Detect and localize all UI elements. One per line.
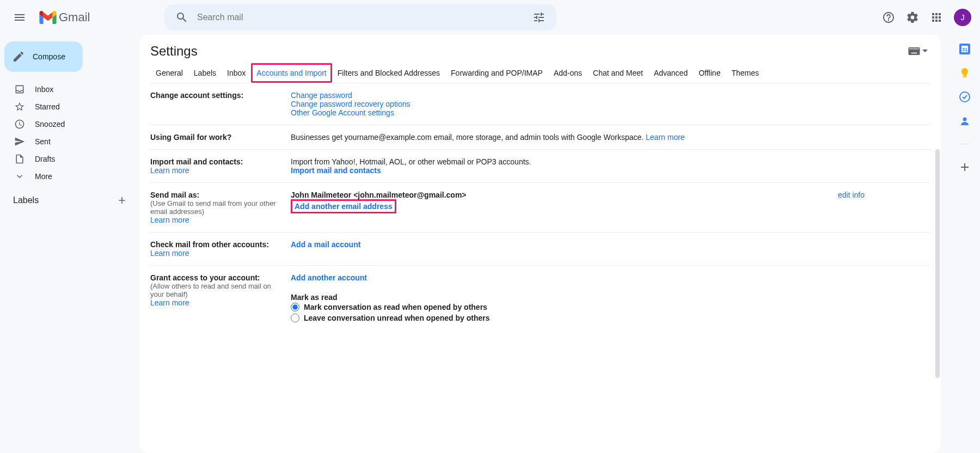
star-icon — [14, 101, 25, 112]
nav-label: Inbox — [35, 85, 53, 94]
search-button[interactable] — [169, 4, 195, 30]
section-grant-access: Grant access to your account: (Allow oth… — [150, 266, 930, 331]
section-label: Change account settings: — [150, 91, 243, 100]
search-options-button[interactable] — [526, 4, 552, 30]
settings-main: Settings General Labels Inbox Accounts a… — [139, 35, 941, 453]
gear-icon — [906, 11, 919, 24]
apps-grid-icon — [930, 11, 943, 24]
tab-labels[interactable]: Labels — [188, 63, 222, 83]
edit-info-link[interactable]: edit info — [838, 191, 930, 199]
tab-inbox[interactable]: Inbox — [222, 63, 251, 83]
help-button[interactable] — [878, 7, 899, 28]
leave-unread-radio[interactable] — [291, 314, 299, 322]
svg-rect-2 — [911, 48, 912, 50]
tab-accounts-import[interactable]: Accounts and Import — [251, 63, 332, 83]
compose-label: Compose — [33, 52, 65, 61]
apps-button[interactable] — [926, 7, 947, 28]
dropdown-arrow-icon — [922, 48, 928, 54]
work-learn-more-link[interactable]: Learn more — [646, 133, 685, 142]
page-title: Settings — [150, 44, 198, 59]
search-icon — [175, 11, 188, 24]
svg-point-14 — [963, 118, 967, 121]
keyboard-icon — [908, 47, 920, 55]
pencil-icon — [12, 50, 25, 63]
svg-text:31: 31 — [962, 47, 967, 52]
panel-divider — [959, 144, 970, 144]
chevron-down-icon — [14, 171, 25, 182]
tab-offline[interactable]: Offline — [693, 63, 726, 83]
search-input[interactable] — [195, 13, 526, 22]
import-text: Import from Yahoo!, Hotmail, AOL, or oth… — [291, 157, 930, 166]
tab-general[interactable]: General — [150, 63, 188, 83]
sidebar-item-snoozed[interactable]: Snoozed — [0, 115, 135, 133]
nav-label: More — [35, 172, 52, 181]
svg-rect-5 — [915, 48, 916, 50]
send-icon — [14, 136, 25, 147]
svg-rect-12 — [963, 76, 966, 77]
scrollbar[interactable] — [935, 149, 940, 378]
change-password-link[interactable]: Change password — [291, 91, 352, 100]
svg-rect-7 — [918, 48, 919, 50]
mark-read-radio[interactable] — [291, 303, 299, 311]
logo-text: Gmail — [59, 10, 90, 25]
tab-filters[interactable]: Filters and Blocked Addresses — [332, 63, 445, 83]
calendar-app-icon[interactable]: 31 — [959, 44, 970, 54]
menu-button[interactable] — [7, 4, 33, 30]
add-another-account-link[interactable]: Add another account — [291, 273, 367, 282]
tab-chat-meet[interactable]: Chat and Meet — [587, 63, 648, 83]
nav-label: Starred — [35, 102, 60, 111]
input-tools-button[interactable] — [906, 45, 930, 57]
gmail-logo[interactable]: Gmail — [35, 10, 164, 25]
inbox-icon — [14, 84, 25, 95]
keep-app-icon[interactable] — [959, 68, 970, 78]
check-learn-more-link[interactable]: Learn more — [150, 249, 189, 258]
nav-label: Sent — [35, 137, 51, 146]
tab-forwarding[interactable]: Forwarding and POP/IMAP — [445, 63, 548, 83]
import-mail-link[interactable]: Import mail and contacts — [291, 166, 381, 175]
sidebar-item-inbox[interactable]: Inbox — [0, 81, 135, 98]
tasks-app-icon[interactable] — [959, 91, 970, 102]
get-addons-button[interactable] — [959, 162, 970, 173]
sidebar-item-sent[interactable]: Sent — [0, 133, 135, 150]
section-label: Grant access to your account: — [150, 273, 282, 282]
section-change-account: Change account settings: Change password… — [150, 83, 930, 125]
radio-label: Leave conversation unread when opened by… — [304, 314, 490, 322]
settings-tabs: General Labels Inbox Accounts and Import… — [150, 63, 930, 83]
compose-button[interactable]: Compose — [4, 41, 83, 72]
other-settings-link[interactable]: Other Google Account settings — [291, 108, 394, 117]
tab-addons[interactable]: Add-ons — [548, 63, 587, 83]
radio-label: Mark conversation as read when opened by… — [304, 303, 487, 311]
add-mail-account-link[interactable]: Add a mail account — [291, 240, 360, 249]
side-panel: 31 — [950, 35, 980, 453]
grant-learn-more-link[interactable]: Learn more — [150, 298, 189, 307]
help-icon — [882, 11, 895, 24]
add-email-link[interactable]: Add another email address — [291, 199, 396, 213]
tab-advanced[interactable]: Advanced — [648, 63, 693, 83]
svg-point-13 — [960, 92, 970, 102]
sidebar-item-more[interactable]: More — [0, 168, 135, 185]
search-bar[interactable] — [164, 4, 556, 30]
change-recovery-link[interactable]: Change password recovery options — [291, 100, 410, 108]
section-sub: (Allow others to read and send mail on y… — [150, 282, 282, 298]
avatar[interactable]: J — [954, 9, 971, 26]
sidebar-item-drafts[interactable]: Drafts — [0, 150, 135, 168]
mark-as-read-heading: Mark as read — [291, 293, 930, 302]
import-learn-more-link[interactable]: Learn more — [150, 166, 189, 175]
svg-rect-4 — [914, 48, 915, 50]
section-import: Import mail and contacts: Learn more Imp… — [150, 150, 930, 183]
plus-icon — [117, 195, 127, 206]
svg-rect-3 — [912, 48, 914, 50]
labels-heading: Labels — [13, 195, 39, 205]
section-sub: (Use Gmail to send mail from your other … — [150, 199, 282, 216]
add-label-button[interactable] — [115, 194, 128, 207]
svg-rect-6 — [916, 48, 917, 50]
nav-label: Drafts — [35, 155, 55, 163]
section-label: Send mail as: — [150, 191, 282, 199]
sidebar-item-starred[interactable]: Starred — [0, 98, 135, 115]
sendas-learn-more-link[interactable]: Learn more — [150, 216, 189, 224]
svg-rect-8 — [911, 53, 917, 54]
tab-themes[interactable]: Themes — [726, 63, 764, 83]
section-send-as: Send mail as: (Use Gmail to send mail fr… — [150, 183, 930, 232]
settings-button[interactable] — [902, 7, 923, 28]
contacts-app-icon[interactable] — [959, 115, 970, 126]
